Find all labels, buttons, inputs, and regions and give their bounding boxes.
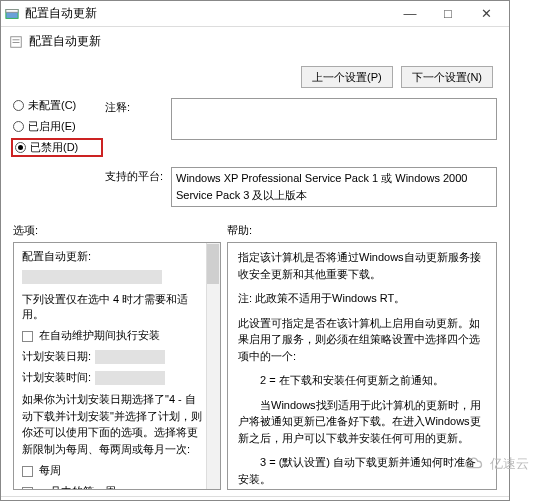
help-text: 此设置可指定是否在该计算机上启用自动更新。如果启用了服务，则必须在组策略设置中选… <box>238 315 486 365</box>
title-bar[interactable]: 配置自动更新 — □ ✕ <box>1 1 509 27</box>
help-pane[interactable]: 指定该计算机是否将通过Windows自动更新服务接收安全更新和其他重要下载。 注… <box>227 242 497 490</box>
checkbox-maintenance[interactable]: 在自动维护期间执行安装 <box>22 328 202 343</box>
policy-title: 配置自动更新 <box>29 33 101 50</box>
scroll-thumb[interactable] <box>207 244 219 284</box>
next-setting-button[interactable]: 下一个设置(N) <box>401 66 493 88</box>
options-label: 选项: <box>13 223 223 238</box>
radio-icon <box>13 121 24 132</box>
checkbox-label: 一月中的第一周 <box>39 485 116 490</box>
comment-row: 未配置(C) 已启用(E) 已禁用(D) 注释: <box>1 98 509 167</box>
checkbox-icon <box>22 466 33 477</box>
install-date-label: 计划安装日期: <box>22 350 91 362</box>
checkbox-icon <box>22 487 33 490</box>
checkbox-icon <box>22 331 33 342</box>
sub-header: 配置自动更新 <box>1 27 509 60</box>
dialog-window: 配置自动更新 — □ ✕ 配置自动更新 上一个设置(P) 下一个设置(N) 未配… <box>0 0 510 501</box>
checkbox-weekly[interactable]: 每周 <box>22 463 202 478</box>
radio-group: 未配置(C) 已启用(E) 已禁用(D) <box>13 98 101 161</box>
dialog-body: 配置自动更新 上一个设置(P) 下一个设置(N) 未配置(C) 已启用(E) 已… <box>1 27 509 501</box>
dialog-footer: 确定 取消 <box>1 496 509 501</box>
install-date-row: 计划安装日期: <box>22 349 202 364</box>
options-pane[interactable]: 配置自动更新: 下列设置仅在选中 4 时才需要和适用。 在自动维护期间执行安装 … <box>13 242 221 490</box>
platform-label: 支持的平台: <box>105 167 167 207</box>
radio-label: 已禁用(D) <box>30 140 78 155</box>
checkbox-label: 每周 <box>39 464 61 476</box>
maximize-button[interactable]: □ <box>429 3 467 25</box>
window-title: 配置自动更新 <box>25 5 391 22</box>
help-text: 2 = 在下载和安装任何更新之前通知。 <box>238 372 486 389</box>
options-dropdown[interactable] <box>22 270 162 284</box>
help-text: 指定该计算机是否将通过Windows自动更新服务接收安全更新和其他重要下载。 <box>238 249 486 282</box>
radio-not-configured[interactable]: 未配置(C) <box>13 98 101 113</box>
policy-icon <box>9 35 23 49</box>
options-note: 下列设置仅在选中 4 时才需要和适用。 <box>22 292 202 322</box>
radio-label: 未配置(C) <box>28 98 76 113</box>
install-time-label: 计划安装时间: <box>22 371 91 383</box>
app-icon <box>5 7 19 21</box>
comment-label: 注释: <box>105 98 167 161</box>
platform-text: Windows XP Professional Service Pack 1 或… <box>171 167 497 207</box>
comment-textarea[interactable] <box>171 98 497 140</box>
radio-icon <box>15 142 26 153</box>
install-time-dropdown[interactable] <box>95 371 165 385</box>
minimize-button[interactable]: — <box>391 3 429 25</box>
platform-row: 支持的平台: Windows XP Professional Service P… <box>1 167 509 213</box>
radio-disabled[interactable]: 已禁用(D) <box>13 140 101 155</box>
panes-row: 配置自动更新: 下列设置仅在选中 4 时才需要和适用。 在自动维护期间执行安装 … <box>1 242 509 496</box>
radio-icon <box>13 100 24 111</box>
checkbox-first-week[interactable]: 一月中的第一周 <box>22 484 202 490</box>
install-time-row: 计划安装时间: <box>22 370 202 385</box>
svg-rect-3 <box>13 39 20 40</box>
radio-label: 已启用(E) <box>28 119 76 134</box>
checkbox-label: 在自动维护期间执行安装 <box>39 329 160 341</box>
svg-rect-4 <box>13 42 20 43</box>
help-text: 注: 此政策不适用于Windows RT。 <box>238 290 486 307</box>
options-scrollbar[interactable] <box>206 243 220 489</box>
nav-buttons: 上一个设置(P) 下一个设置(N) <box>1 60 509 98</box>
help-label: 帮助: <box>227 223 497 238</box>
radio-enabled[interactable]: 已启用(E) <box>13 119 101 134</box>
options-section-title: 配置自动更新: <box>22 249 202 264</box>
prev-setting-button[interactable]: 上一个设置(P) <box>301 66 393 88</box>
svg-rect-1 <box>6 9 18 12</box>
options-long-note: 如果你为计划安装日期选择了"4 - 自动下载并计划安装"并选择了计划，则你还可以… <box>22 391 202 457</box>
help-text: 3 = (默认设置) 自动下载更新并通知何时准备安装。 <box>238 454 486 487</box>
close-button[interactable]: ✕ <box>467 3 505 25</box>
window-controls: — □ ✕ <box>391 3 505 25</box>
pane-labels: 选项: 帮助: <box>1 213 509 242</box>
help-text: 当Windows找到适用于此计算机的更新时，用户将被通知更新已准备好下载。在进入… <box>238 397 486 447</box>
install-date-dropdown[interactable] <box>95 350 165 364</box>
